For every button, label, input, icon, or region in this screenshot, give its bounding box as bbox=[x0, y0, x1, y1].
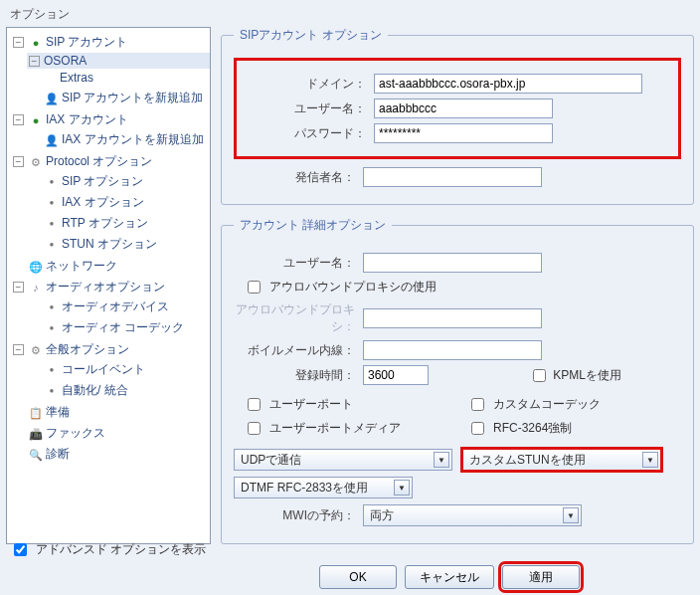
chevron-down-icon: ▼ bbox=[642, 452, 658, 468]
password-label: パスワード： bbox=[245, 125, 374, 142]
custom-codec-label: カスタムコーデック bbox=[493, 396, 601, 413]
tree-diag[interactable]: 🔍診断 bbox=[11, 445, 210, 464]
tree-label: SIP アカウントを新規追加 bbox=[62, 90, 203, 106]
tree-label: オーディオオプション bbox=[46, 279, 165, 296]
tree-stun-opt[interactable]: ●STUN オプション bbox=[27, 235, 210, 254]
domain-label: ドメイン： bbox=[245, 76, 374, 93]
collapse-icon[interactable]: − bbox=[13, 344, 24, 355]
gear-icon: ⚙ bbox=[28, 343, 44, 357]
tree-label: IAX アカウント bbox=[46, 111, 128, 128]
userport-checkbox[interactable] bbox=[248, 398, 261, 411]
stun-select[interactable]: カスタムSTUNを使用 ▼ bbox=[462, 449, 661, 471]
reg-time-label: 登録時間： bbox=[234, 367, 363, 384]
rfc3264-label: RFC-3264強制 bbox=[493, 420, 572, 437]
outbound-proxy-input bbox=[363, 308, 542, 328]
tree-fax[interactable]: 📠ファックス bbox=[11, 424, 210, 443]
tree-general-opt[interactable]: − ⚙ 全般オプション bbox=[11, 340, 210, 359]
tree-rtp-opt[interactable]: ●RTP オプション bbox=[27, 214, 210, 233]
collapse-icon[interactable]: − bbox=[13, 37, 24, 48]
dtmf-value: DTMF RFC-2833を使用 bbox=[241, 480, 368, 496]
dtmf-select[interactable]: DTMF RFC-2833を使用 ▼ bbox=[234, 477, 413, 498]
tree-label: 準備 bbox=[46, 404, 70, 421]
rfc3264-checkbox[interactable] bbox=[471, 422, 484, 435]
tree-label: IAX アカウントを新規追加 bbox=[62, 131, 204, 148]
collapse-icon[interactable]: − bbox=[29, 56, 40, 67]
apply-button[interactable]: 適用 bbox=[502, 565, 580, 589]
account-icon: ● bbox=[28, 113, 44, 127]
tree-label: 全般オプション bbox=[46, 341, 129, 358]
tree-sip-opt[interactable]: ●SIP オプション bbox=[27, 172, 210, 191]
tree-label: OSORA bbox=[44, 54, 87, 68]
transport-value: UDPで通信 bbox=[241, 452, 301, 469]
dot-icon: ● bbox=[44, 217, 60, 231]
tree-label: Protocol オプション bbox=[46, 153, 152, 170]
tree-label: 診断 bbox=[46, 446, 70, 463]
collapse-icon[interactable]: − bbox=[13, 114, 24, 125]
outbound-proxy-checkbox[interactable] bbox=[248, 281, 261, 294]
tree-label: IAX オプション bbox=[62, 194, 144, 211]
tree-label: ネットワーク bbox=[46, 258, 117, 275]
fax-icon: 📠 bbox=[28, 427, 44, 441]
tree-label: RTP オプション bbox=[62, 215, 148, 232]
tree-osora[interactable]: − OSORA bbox=[27, 53, 210, 69]
tree-auto-integ[interactable]: ●自動化/ 統合 bbox=[27, 381, 210, 400]
tree-protocol[interactable]: − ⚙ Protocol オプション bbox=[11, 152, 210, 171]
tree-label: 自動化/ 統合 bbox=[62, 382, 128, 399]
tree-audio-device[interactable]: ●オーディオデバイス bbox=[27, 298, 210, 316]
kpml-checkbox[interactable] bbox=[533, 369, 546, 382]
tree-label: コールイベント bbox=[62, 361, 145, 378]
mwi-select[interactable]: 両方 ▼ bbox=[363, 504, 582, 526]
tree-audio-opt[interactable]: − ♪ オーディオオプション bbox=[11, 278, 210, 297]
nav-tree: − ● SIP アカウント − OSORA Extr bbox=[6, 27, 211, 544]
show-advanced-checkbox[interactable] bbox=[14, 543, 27, 556]
adv-username-input[interactable] bbox=[363, 253, 542, 273]
adv-username-label: ユーザー名： bbox=[234, 255, 363, 272]
ok-button[interactable]: OK bbox=[319, 565, 397, 589]
tree-audio-codec[interactable]: ●オーディオ コーデック bbox=[27, 318, 210, 337]
chevron-down-icon: ▼ bbox=[434, 452, 449, 468]
tree-iax-opt[interactable]: ●IAX オプション bbox=[27, 193, 210, 212]
tree-iax-add[interactable]: 👤IAX アカウントを新規追加 bbox=[27, 130, 210, 149]
outbound-proxy-field-label: アウロバウンドプロキシ： bbox=[234, 301, 363, 335]
prep-icon: 📋 bbox=[28, 406, 44, 420]
tree-extras[interactable]: Extras bbox=[43, 70, 210, 86]
tree-iax-account[interactable]: − ● IAX アカウント bbox=[11, 110, 210, 129]
voicemail-label: ボイルメール内線： bbox=[234, 342, 363, 359]
tree-label: ファックス bbox=[46, 425, 105, 442]
cancel-button[interactable]: キャンセル bbox=[405, 565, 494, 589]
tree-network[interactable]: 🌐ネットワーク bbox=[11, 257, 210, 276]
add-user-icon: 👤 bbox=[44, 133, 60, 147]
username-input[interactable] bbox=[374, 99, 553, 118]
dot-icon: ● bbox=[44, 196, 60, 210]
advanced-fieldset: アカウント 詳細オプション ユーザー名： アウロバウンドプロキシの使用 アウロバ… bbox=[221, 217, 694, 544]
voicemail-input[interactable] bbox=[363, 340, 542, 360]
collapse-icon[interactable]: − bbox=[13, 282, 24, 293]
collapse-icon[interactable]: − bbox=[13, 156, 24, 167]
mwi-value: 両方 bbox=[370, 507, 394, 524]
custom-codec-checkbox[interactable] bbox=[471, 398, 484, 411]
callername-label: 発信者名： bbox=[234, 169, 363, 186]
tree-prep[interactable]: 📋準備 bbox=[11, 403, 210, 422]
tree-label: SIP アカウント bbox=[46, 34, 127, 51]
callername-input[interactable] bbox=[363, 167, 542, 187]
dot-icon: ● bbox=[44, 238, 60, 252]
userport-media-checkbox[interactable] bbox=[248, 422, 261, 435]
advanced-legend: アカウント 詳細オプション bbox=[234, 217, 392, 234]
tree-label: SIP オプション bbox=[62, 173, 143, 190]
reg-time-input[interactable] bbox=[363, 365, 429, 385]
audio-icon: ♪ bbox=[28, 281, 44, 295]
chevron-down-icon: ▼ bbox=[394, 480, 410, 496]
tree-sip-account[interactable]: − ● SIP アカウント bbox=[11, 33, 210, 52]
password-input[interactable] bbox=[374, 123, 553, 143]
tree-call-event[interactable]: ●コールイベント bbox=[27, 360, 210, 379]
outbound-proxy-label: アウロバウンドプロキシの使用 bbox=[269, 279, 437, 296]
dot-icon: ● bbox=[44, 363, 60, 377]
userport-label: ユーザーポート bbox=[269, 396, 353, 413]
transport-select[interactable]: UDPで通信 ▼ bbox=[234, 449, 452, 471]
tree-sip-add[interactable]: 👤SIP アカウントを新規追加 bbox=[27, 89, 210, 107]
sip-legend: SIPアカウント オプション bbox=[234, 27, 388, 44]
domain-input[interactable] bbox=[374, 74, 642, 94]
sip-account-fieldset: SIPアカウント オプション ドメイン： ユーザー名： パスワード： bbox=[221, 27, 694, 205]
kpml-label: KPMLを使用 bbox=[553, 367, 621, 384]
stun-value: カスタムSTUNを使用 bbox=[469, 452, 586, 469]
